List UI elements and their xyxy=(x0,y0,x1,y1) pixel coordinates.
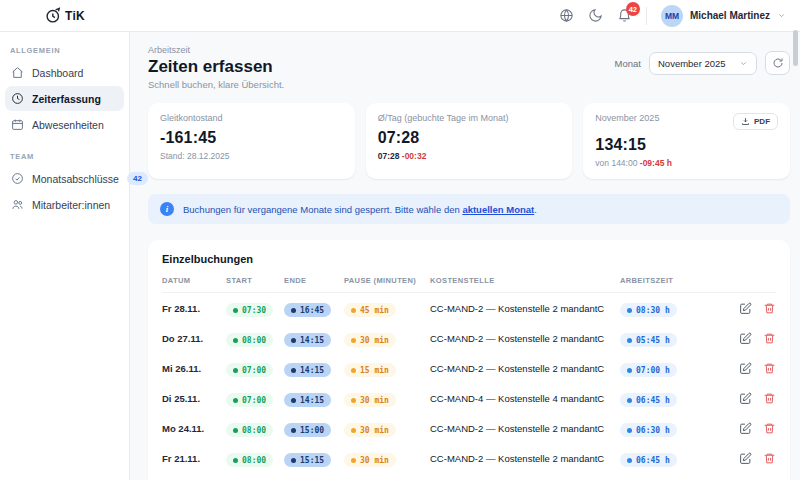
stat-sub-text: von 144:00 xyxy=(595,158,637,168)
col-header-start: Start xyxy=(226,276,284,285)
home-icon xyxy=(11,66,24,79)
trash-icon xyxy=(763,302,776,315)
user-menu[interactable]: MM Michael Martinez xyxy=(661,5,786,27)
row-date: Mo 24.11. xyxy=(162,423,226,434)
status-dot-icon xyxy=(233,338,238,343)
dark-mode-button[interactable] xyxy=(588,8,603,23)
stat-value: -161:45 xyxy=(160,129,343,147)
pause-badge: 45 min xyxy=(344,303,396,317)
sidebar: Allgemein Dashboard Zeiterfassung Abwese… xyxy=(0,32,130,480)
app-logo[interactable]: TiK xyxy=(0,7,130,24)
worktime-badge: 06:45 h xyxy=(620,393,677,407)
cost-center: CC-MAND-2 — Kostenstelle 2 mandantC xyxy=(430,453,620,464)
topbar-divider xyxy=(646,7,647,25)
stat-value: 134:15 xyxy=(595,136,778,154)
language-globe-button[interactable] xyxy=(559,8,574,23)
stat-sub: 07:28 -00:32 xyxy=(378,151,561,161)
sidebar-item-zeiterfassung[interactable]: Zeiterfassung xyxy=(5,86,124,111)
stat-sub: Stand: 28.12.2025 xyxy=(160,151,343,161)
pencil-icon xyxy=(739,332,752,345)
notifications-button[interactable]: 42 xyxy=(617,8,632,23)
table-row: Di 25.11. 07:00 14:15 30 min CC-MAND-4 —… xyxy=(162,383,776,413)
start-time-badge: 08:00 xyxy=(226,453,273,467)
chevron-down-icon xyxy=(777,11,786,20)
trash-icon xyxy=(763,422,776,435)
month-select-value: November 2025 xyxy=(658,58,726,69)
stat-label: November 2025 xyxy=(595,113,659,123)
start-time-badge: 08:00 xyxy=(226,333,273,347)
edit-button[interactable] xyxy=(739,392,752,405)
stat-sub-strong: 07:28 xyxy=(378,151,400,161)
sidebar-item-dashboard[interactable]: Dashboard xyxy=(5,60,124,85)
start-time: 08:00 xyxy=(242,336,266,345)
status-dot-icon xyxy=(351,398,356,403)
status-dot-icon xyxy=(291,398,296,403)
pause-badge: 30 min xyxy=(344,333,396,347)
delete-button[interactable] xyxy=(763,332,776,345)
sidebar-item-label: Monatsabschlüsse xyxy=(32,173,119,185)
month-controls: Monat November 2025 xyxy=(615,51,790,75)
globe-icon xyxy=(559,8,574,23)
scrollbar-thumb[interactable] xyxy=(793,30,798,66)
page-subtitle: Schnell buchen, klare Übersicht. xyxy=(148,79,284,90)
edit-button[interactable] xyxy=(739,362,752,375)
edit-button[interactable] xyxy=(739,452,752,465)
edit-button[interactable] xyxy=(739,302,752,315)
stat-delta-negative: -09:45 h xyxy=(640,158,672,168)
refresh-button[interactable] xyxy=(765,51,790,75)
pencil-icon xyxy=(739,302,752,315)
row-date: Mi 26.11. xyxy=(162,363,226,374)
delete-button[interactable] xyxy=(763,422,776,435)
current-month-link[interactable]: aktuellen Monat xyxy=(462,204,534,215)
delete-button[interactable] xyxy=(763,302,776,315)
pause-badge: 30 min xyxy=(344,423,396,437)
status-dot-icon xyxy=(351,368,356,373)
end-time-badge: 14:15 xyxy=(284,393,331,407)
sidebar-section-team: Team xyxy=(0,146,129,165)
locked-month-banner: i Buchungen für vergangene Monate sind g… xyxy=(148,194,790,224)
delete-button[interactable] xyxy=(763,452,776,465)
worktime-badge: 05:45 h xyxy=(620,333,677,347)
cost-center: CC-MAND-2 — Kostenstelle 2 mandantC xyxy=(430,303,620,314)
sidebar-item-abwesenheiten[interactable]: Abwesenheiten xyxy=(5,112,124,137)
col-header-arbeitszeit: Arbeitszeit xyxy=(620,276,732,285)
moon-icon xyxy=(588,8,603,23)
month-select[interactable]: November 2025 xyxy=(649,52,757,75)
sidebar-item-mitarbeiter[interactable]: Mitarbeiter:innen xyxy=(5,192,124,217)
status-dot-icon xyxy=(351,308,356,313)
pause-badge: 30 min xyxy=(344,453,396,467)
trash-icon xyxy=(763,362,776,375)
table-title: Einzelbuchungen xyxy=(162,253,776,265)
stat-cards: Gleitkontostand -161:45 Stand: 28.12.202… xyxy=(148,103,790,179)
table-header-row: Datum Start Ende Pause (Minuten) Kostens… xyxy=(162,276,776,293)
sidebar-item-label: Mitarbeiter:innen xyxy=(32,199,110,211)
delete-button[interactable] xyxy=(763,362,776,375)
edit-button[interactable] xyxy=(739,422,752,435)
pencil-icon xyxy=(739,362,752,375)
stat-card-month-total: November 2025 PDF 134:15 von 144:00 -09:… xyxy=(583,103,790,179)
avatar: MM xyxy=(661,5,683,27)
refresh-icon xyxy=(772,57,784,69)
topbar: TiK xyxy=(0,0,800,32)
edit-button[interactable] xyxy=(739,332,752,345)
pdf-export-button[interactable]: PDF xyxy=(733,113,778,130)
sidebar-item-monatsabschluesse[interactable]: Monatsabschlüsse 42 xyxy=(5,166,124,191)
cost-center: CC-MAND-2 — Kostenstelle 2 mandantC xyxy=(430,333,620,344)
clock-icon xyxy=(11,92,24,105)
table-row: Mi 26.11. 07:00 14:15 15 min CC-MAND-2 —… xyxy=(162,353,776,383)
pause-minutes: 30 min xyxy=(360,426,389,435)
main-content: Arbeitszeit Zeiten erfassen Schnell buch… xyxy=(130,32,800,480)
start-time-badge: 08:00 xyxy=(226,423,273,437)
delete-button[interactable] xyxy=(763,392,776,405)
pencil-icon xyxy=(739,422,752,435)
col-header-kostenstelle: Kostenstelle xyxy=(430,276,620,285)
end-time: 14:15 xyxy=(300,366,324,375)
cost-center: CC-MAND-4 — Kostenstelle 4 mandantC xyxy=(430,393,620,404)
worktime: 08:30 h xyxy=(636,306,670,315)
banner-text-after: . xyxy=(534,204,537,215)
pause-minutes: 30 min xyxy=(360,336,389,345)
col-header-datum: Datum xyxy=(162,276,226,285)
status-dot-icon xyxy=(291,338,296,343)
worktime-badge: 06:45 h xyxy=(620,453,677,467)
calendar-icon xyxy=(11,118,24,131)
